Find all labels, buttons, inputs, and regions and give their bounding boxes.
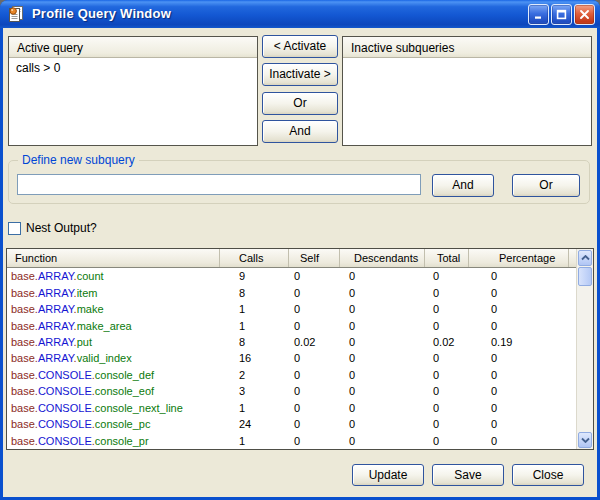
function-cell: base.CONSOLE.console_pr	[7, 435, 219, 447]
column-header-function[interactable]: Function	[7, 249, 219, 267]
table-row[interactable]: base.CONSOLE.console_next_line10000	[7, 400, 576, 416]
descendants-cell: 0	[339, 303, 424, 315]
column-header-filler	[568, 249, 576, 267]
column-header-self[interactable]: Self	[288, 249, 339, 267]
inactivate-button[interactable]: Inactivate >	[262, 63, 338, 86]
subquery-or-button[interactable]: Or	[512, 174, 580, 197]
total-cell: 0	[424, 385, 468, 397]
active-query-title: Active query	[17, 41, 83, 55]
self-cell: 0	[288, 287, 339, 299]
activate-button[interactable]: < Activate	[262, 35, 338, 58]
table-row[interactable]: base.ARRAY.put80.0200.020.19	[7, 334, 576, 350]
table-row[interactable]: base.ARRAY.valid_index160000	[7, 350, 576, 366]
function-cell: base.CONSOLE.console_eof	[7, 385, 219, 397]
inactive-subqueries-list[interactable]	[343, 58, 591, 145]
vertical-scrollbar[interactable]	[576, 249, 593, 449]
maximize-icon	[556, 9, 567, 20]
column-header-calls[interactable]: Calls	[219, 249, 288, 267]
table-row[interactable]: base.ARRAY.make10000	[7, 301, 576, 317]
table-header: FunctionCallsSelfDescendantsTotalPercent…	[7, 249, 576, 268]
total-cell: 0	[424, 270, 468, 282]
close-button[interactable]	[574, 4, 595, 25]
descendants-cell: 0	[339, 402, 424, 414]
table-row[interactable]: base.ARRAY.item80000	[7, 284, 576, 300]
calls-cell: 1	[219, 435, 288, 447]
function-cell: base.ARRAY.make	[7, 303, 219, 315]
profile-query-window: Profile Query Window Active query calls …	[0, 0, 600, 500]
percentage-cell: 0	[468, 402, 576, 414]
function-table-body: base.ARRAY.count90000base.ARRAY.item8000…	[7, 268, 576, 449]
define-subquery-label: Define new subquery	[18, 153, 139, 167]
percentage-cell: 0	[468, 369, 576, 381]
define-subquery-group: Define new subquery	[8, 160, 590, 204]
total-cell: 0	[424, 303, 468, 315]
app-icon	[7, 5, 25, 23]
descendants-cell: 0	[339, 418, 424, 430]
scroll-up-button[interactable]	[578, 250, 592, 266]
self-cell: 0.02	[288, 336, 339, 348]
update-button[interactable]: Update	[352, 464, 424, 486]
table-row[interactable]: base.ARRAY.make_area10000	[7, 317, 576, 333]
inactive-subqueries-header: Inactive subqueries	[343, 37, 591, 58]
calls-cell: 3	[219, 385, 288, 397]
client-area: Active query calls > 0 < Activate Inacti…	[3, 28, 597, 497]
table-row[interactable]: base.CONSOLE.console_eof30000	[7, 383, 576, 399]
subquery-and-button[interactable]: And	[432, 174, 494, 197]
descendants-cell: 0	[339, 385, 424, 397]
calls-cell: 2	[219, 369, 288, 381]
descendants-cell: 0	[339, 320, 424, 332]
maximize-button[interactable]	[551, 4, 572, 25]
scroll-thumb[interactable]	[578, 267, 592, 286]
close-action-button[interactable]: Close	[512, 464, 584, 486]
column-header-percentage[interactable]: Percentage	[468, 249, 568, 267]
table-row[interactable]: base.CONSOLE.console_pc240000	[7, 416, 576, 432]
total-cell: 0.02	[424, 336, 468, 348]
save-button[interactable]: Save	[432, 464, 504, 486]
nest-output-checkbox[interactable]	[8, 222, 21, 235]
percentage-cell: 0	[468, 352, 576, 364]
calls-cell: 8	[219, 336, 288, 348]
function-table: FunctionCallsSelfDescendantsTotalPercent…	[6, 248, 594, 450]
table-row[interactable]: base.CONSOLE.console_pr10000	[7, 433, 576, 449]
self-cell: 0	[288, 402, 339, 414]
subquery-input[interactable]	[17, 174, 421, 195]
close-icon	[579, 9, 590, 20]
self-cell: 0	[288, 435, 339, 447]
percentage-cell: 0.19	[468, 336, 576, 348]
or-button[interactable]: Or	[262, 92, 338, 115]
scroll-down-icon	[581, 437, 590, 443]
inactive-subqueries-title: Inactive subqueries	[351, 41, 454, 55]
total-cell: 0	[424, 418, 468, 430]
self-cell: 0	[288, 352, 339, 364]
list-item[interactable]: calls > 0	[9, 58, 257, 75]
total-cell: 0	[424, 287, 468, 299]
function-cell: base.CONSOLE.console_next_line	[7, 402, 219, 414]
descendants-cell: 0	[339, 352, 424, 364]
title-bar[interactable]: Profile Query Window	[0, 0, 600, 28]
minimize-icon	[533, 9, 544, 20]
table-row[interactable]: base.ARRAY.count90000	[7, 268, 576, 284]
window-controls	[528, 4, 595, 25]
percentage-cell: 0	[468, 320, 576, 332]
calls-cell: 9	[219, 270, 288, 282]
descendants-cell: 0	[339, 336, 424, 348]
minimize-button[interactable]	[528, 4, 549, 25]
total-cell: 0	[424, 369, 468, 381]
total-cell: 0	[424, 352, 468, 364]
calls-cell: 1	[219, 402, 288, 414]
function-cell: base.ARRAY.make_area	[7, 320, 219, 332]
scroll-down-button[interactable]	[578, 432, 592, 448]
calls-cell: 16	[219, 352, 288, 364]
self-cell: 0	[288, 303, 339, 315]
percentage-cell: 0	[468, 270, 576, 282]
active-query-list[interactable]: calls > 0	[9, 58, 257, 145]
active-query-panel: Active query calls > 0	[8, 36, 258, 146]
column-header-descendants[interactable]: Descendants	[339, 249, 424, 267]
calls-cell: 8	[219, 287, 288, 299]
window-title: Profile Query Window	[32, 6, 171, 21]
self-cell: 0	[288, 385, 339, 397]
table-row[interactable]: base.CONSOLE.console_def20000	[7, 367, 576, 383]
and-button[interactable]: And	[262, 120, 338, 143]
column-header-total[interactable]: Total	[424, 249, 468, 267]
active-query-header: Active query	[9, 37, 257, 58]
